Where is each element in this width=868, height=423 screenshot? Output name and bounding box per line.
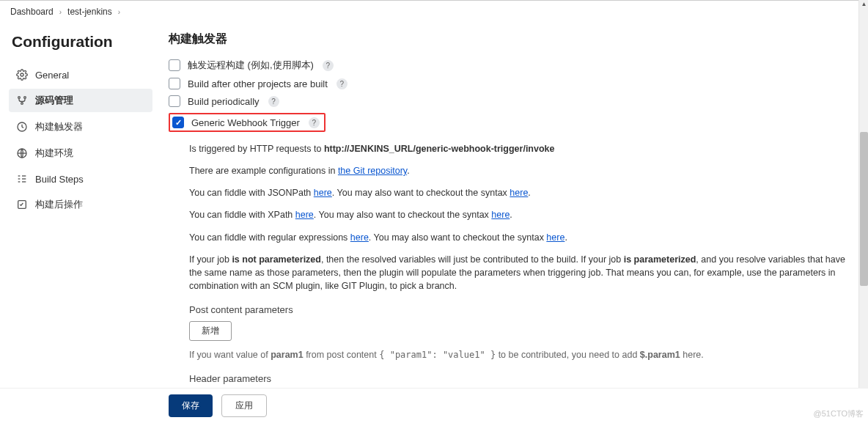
help-icon[interactable]: ? [268,96,279,107]
main-content: 构建触发器 触发远程构建 (例如,使用脚本) ? Build after oth… [160,29,859,423]
jsonpath-syntax-link[interactable]: here [510,188,528,198]
svg-point-2 [24,97,26,99]
sidebar-item-label: 构建环境 [35,147,73,160]
chevron-right-icon: › [59,8,62,16]
checkbox-periodic[interactable] [169,95,180,107]
footer-bar: 保存 应用 [0,388,868,423]
regex-here-link[interactable]: here [350,232,369,243]
sidebar-item-triggers[interactable]: 构建触发器 [9,115,152,139]
sidebar-item-label: 构建触发器 [35,120,83,133]
add-post-param-button[interactable]: 新增 [189,321,232,341]
git-repository-link[interactable]: the Git repository [338,166,407,176]
sidebar-item-label: Build Steps [35,174,84,185]
save-button[interactable]: 保存 [169,394,213,417]
page-title: Configuration [12,33,152,51]
checklist-icon [16,199,28,210]
svg-point-1 [18,97,21,99]
help-icon[interactable]: ? [336,78,347,89]
trigger-after-label: Build after other projects are built [188,78,328,89]
svg-point-3 [21,103,23,105]
trigger-after-row: Build after other projects are built ? [169,78,859,89]
sidebar-item-label: 源码管理 [35,94,73,107]
svg-point-0 [21,73,23,76]
header-params-title: Header parameters [189,373,859,384]
checkbox-remote[interactable] [169,59,180,71]
sidebar-item-post-build[interactable]: 构建后操作 [9,193,152,216]
sidebar-item-label: 构建后操作 [35,198,83,211]
checkbox-generic[interactable] [172,117,184,128]
sidebar-item-scm[interactable]: 源码管理 [9,89,152,112]
trigger-remote-label: 触发远程构建 (例如,使用脚本) [188,59,314,72]
trigger-remote-row: 触发远程构建 (例如,使用脚本) ? [169,59,859,72]
detail-xpath: You can fiddle with XPath here. You may … [189,208,859,221]
section-title: 构建触发器 [169,32,859,47]
sidebar-item-general[interactable]: General [9,64,152,86]
chevron-right-icon: › [118,8,120,16]
sidebar-item-env[interactable]: 构建环境 [9,141,152,165]
detail-invoke-url: Is triggered by HTTP requests to http://… [189,142,859,155]
trigger-generic-highlight: Generic Webhook Trigger ? [169,113,326,132]
detail-regex: You can fiddle with regular expressions … [189,231,859,244]
sidebar: Configuration General 源码管理 构建触发器 构建环境 [9,29,160,423]
gear-icon [16,69,28,81]
post-content-hint: If you want value of param1 from post co… [189,348,859,361]
steps-icon [16,173,28,185]
globe-icon [16,147,28,159]
breadcrumb: Dashboard › test-jenkins › [0,1,868,23]
jsonpath-here-link[interactable]: here [314,188,332,198]
scroll-up-icon[interactable]: ▲ [860,0,868,8]
detail-jsonpath: You can fiddle with JSONPath here. You m… [189,186,859,199]
regex-syntax-link[interactable]: here [546,232,564,243]
breadcrumb-project[interactable]: test-jenkins [67,7,112,17]
trigger-generic-label: Generic Webhook Trigger [191,117,300,128]
scroll-thumb[interactable] [860,132,868,286]
clock-icon [16,121,28,133]
branch-icon [16,95,28,106]
xpath-syntax-link[interactable]: here [491,210,510,220]
detail-parameterized: If your job is not parameterized, then t… [189,253,859,293]
detail-example-config: There are example configurations in the … [189,164,859,177]
sidebar-item-build-steps[interactable]: Build Steps [9,168,152,190]
trigger-periodic-label: Build periodically [188,96,260,107]
help-icon[interactable]: ? [323,60,334,71]
generic-webhook-detail: Is triggered by HTTP requests to http://… [169,142,859,423]
post-content-params-title: Post content parameters [189,304,859,315]
checkbox-after[interactable] [169,78,180,89]
help-icon[interactable]: ? [309,117,320,128]
sidebar-item-label: General [35,70,69,81]
apply-button[interactable]: 应用 [221,394,267,417]
xpath-here-link[interactable]: here [295,210,314,220]
scrollbar[interactable]: ▲ ▼ [858,0,868,423]
watermark: @51CTO博客 [814,408,864,419]
trigger-periodic-row: Build periodically ? [169,95,859,107]
breadcrumb-dashboard[interactable]: Dashboard [10,7,54,17]
